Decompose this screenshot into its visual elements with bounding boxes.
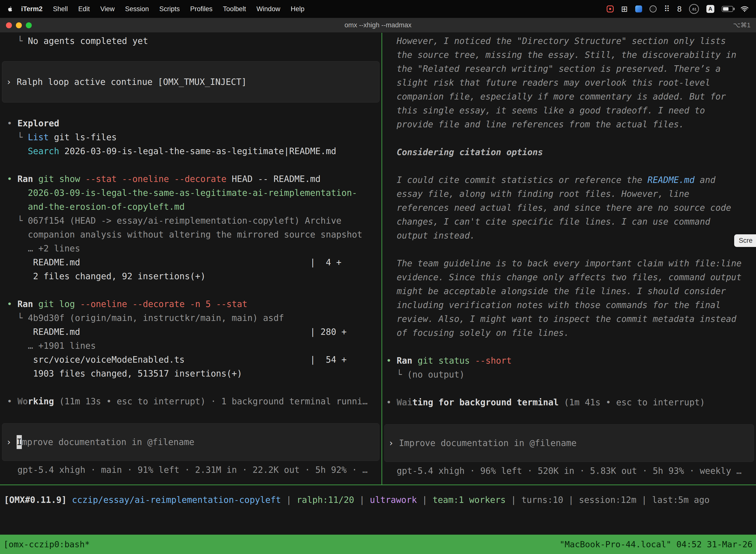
text-segment: | — [563, 495, 579, 505]
text-segment — [33, 174, 38, 184]
text-segment: Ran — [17, 174, 33, 184]
text-segment — [412, 356, 418, 366]
apple-menu-icon[interactable] — [6, 4, 14, 13]
terminal-line: … +1901 lines — [0, 339, 381, 353]
input-ghost-text: Improve documentation in @filename — [399, 436, 576, 450]
text-segment: • — [7, 174, 17, 184]
prompt-chevron: › — [388, 436, 399, 450]
prompt-chevron: › — [6, 435, 17, 449]
text-segment: the source tree, missing the essay. Stil… — [386, 50, 737, 60]
text-segment: HEAD -- README.md — [227, 174, 320, 184]
terminal-line: └ 067f154 (HEAD -> essay/ai-reimplementa… — [0, 214, 381, 228]
text-segment: this single essay, it seems like a good … — [386, 106, 705, 115]
figure-eight-icon[interactable]: 8 — [677, 5, 682, 13]
text-segment: Ran — [17, 299, 33, 309]
text-segment: might be acceptable alongside the file l… — [386, 286, 726, 296]
wifi-icon[interactable] — [741, 6, 749, 12]
text-segment: Ralph loop active continue — [17, 77, 158, 87]
text-segment: I could cite commit statistics or refere… — [386, 175, 648, 185]
text-segment: · 1 background terminal runni… — [206, 396, 368, 406]
left-pane-log: • Explored └ List git ls-files Search 20… — [0, 103, 381, 408]
text-segment — [75, 299, 80, 309]
left-prompt-input[interactable]: › I mprove documentation in @filename — [2, 423, 379, 461]
text-segment: review. Also, I might want to inspect th… — [386, 314, 737, 324]
terminal-line: • Ran git log --oneline --decorate -n 5 … — [0, 297, 381, 311]
terminal-line — [382, 159, 756, 173]
text-segment: └ (no output) — [386, 370, 464, 380]
menu-item-view[interactable]: View — [95, 5, 120, 13]
menu-item-scripts[interactable]: Scripts — [154, 5, 185, 13]
right-model-status-line: gpt-5.4 xhigh · 96% left · 520K in · 5.8… — [382, 464, 756, 478]
text-segment: 2026-03-09-is-legal-the-same-as-legitima… — [28, 188, 357, 198]
menu-item-help[interactable]: Help — [286, 5, 310, 13]
blue-app-icon[interactable] — [635, 5, 642, 12]
tmux-host-clock: "MacBook-Pro-44.local" 04:52 31-Mar-26 — [560, 539, 753, 549]
menu-item-session[interactable]: Session — [120, 5, 154, 13]
text-segment: output instead. — [386, 231, 475, 240]
screen-edge-tooltip[interactable]: Scre — [734, 234, 756, 247]
terminal-line: • Ran git show --stat --oneline --decora… — [0, 172, 381, 186]
input-ghost-text: mprove documentation in @filename — [22, 435, 194, 449]
text-segment: Considering citation options — [397, 147, 543, 157]
text-segment: Wai — [397, 397, 412, 407]
banner-lines: › Ralph loop active continue [OMX_TMUX_I… — [2, 75, 247, 89]
text-segment: --stat --oneline --decorate — [85, 174, 227, 184]
left-terminal-pane[interactable]: └ No agents completed yet › Ralph loop a… — [0, 33, 381, 485]
text-segment: cczip/essay/ai-reimplementation-copyleft — [72, 495, 281, 505]
text-segment: gpt-5.4 xhigh · main · 91% left · 2.31M … — [7, 465, 368, 475]
terminal-line: changes, I can't cite specific file line… — [382, 215, 756, 229]
terminal-line — [0, 381, 381, 394]
text-segment: --oneline --decorate -n 5 --stat — [80, 299, 247, 309]
zoom-button[interactable] — [26, 22, 32, 28]
text-segment: session:12m — [579, 495, 636, 505]
terminal-line: 1903 files changed, 513517 insertions(+) — [0, 367, 381, 381]
text-segment: src/voice/voiceModeEnabled.ts | 54 + — [7, 355, 347, 365]
terminal-line: └ List git ls-files — [0, 130, 381, 144]
screen-recording-icon[interactable] — [607, 5, 614, 12]
minimize-button[interactable] — [16, 22, 22, 28]
text-segment: gpt-5.4 xhigh · 96% left · 520K in · 5.8… — [386, 466, 742, 476]
terminal-line: gpt-5.4 xhigh · 96% left · 520K in · 5.8… — [382, 464, 756, 478]
menu-item-edit[interactable]: Edit — [73, 5, 95, 13]
menu-bar: iTerm2 Shell Edit View Session Scripts P… — [0, 0, 756, 18]
text-segment: › — [6, 77, 17, 87]
terminal-line: I could cite commit statistics or refere… — [382, 173, 756, 187]
text-segment: | — [417, 495, 433, 505]
cpu-gauge-icon[interactable]: .61 — [689, 4, 699, 14]
right-terminal-pane[interactable]: However, I noticed the "Directory Struct… — [382, 33, 756, 485]
input-source-icon[interactable]: A — [706, 5, 714, 13]
terminal-line: Considering citation options — [382, 145, 756, 159]
left-pane-top-lines: └ No agents completed yet — [0, 34, 381, 48]
battery-icon[interactable] — [722, 6, 733, 12]
text-segment: • — [7, 299, 17, 309]
text-segment: of focusing solely on file lines. — [386, 328, 569, 338]
close-button[interactable] — [6, 22, 12, 28]
text-segment: README.md | 4 + — [7, 258, 341, 267]
terminal-line: … +2 lines — [0, 241, 381, 256]
menu-status-icons: ⊞ ⠿ 8 .61 A — [607, 4, 750, 14]
grid-app-icon[interactable]: ⊞ — [621, 5, 628, 13]
dots-grid-icon[interactable]: ⠿ — [664, 5, 670, 13]
text-segment: slight risk that future readers may over… — [386, 78, 710, 88]
terminal-line — [0, 103, 381, 116]
terminal-line: slight risk that future readers may over… — [382, 76, 756, 90]
menu-item-iterm2[interactable]: iTerm2 — [16, 5, 48, 13]
terminal-line: and-the-erosion-of-copyleft.md — [0, 200, 381, 214]
text-segment: 1903 files changed, 513517 insertions(+) — [7, 369, 242, 379]
window-title-bar[interactable]: omx --xhigh --madmax ⌥⌘1 — [0, 18, 756, 33]
text-segment: └ — [7, 132, 28, 142]
terminal-line: this single essay, it seems like a good … — [382, 104, 756, 117]
menu-item-window[interactable]: Window — [251, 5, 286, 13]
text-segment: [OMX_TMUX_INJECT] — [158, 77, 247, 87]
right-prompt-input[interactable]: › Improve documentation in @filename — [384, 424, 754, 462]
menu-item-profiles[interactable]: Profiles — [185, 5, 218, 13]
text-segment: | — [281, 495, 297, 505]
text-segment: git show — [38, 174, 80, 184]
text-segment: --short — [475, 356, 512, 366]
menu-item-shell[interactable]: Shell — [48, 5, 73, 13]
text-segment: including verification notes with those … — [386, 300, 721, 310]
dark-app-icon[interactable] — [649, 5, 656, 12]
bottom-filler — [0, 507, 756, 535]
text-segment: git log — [38, 299, 75, 309]
menu-item-toolbelt[interactable]: Toolbelt — [218, 5, 251, 13]
